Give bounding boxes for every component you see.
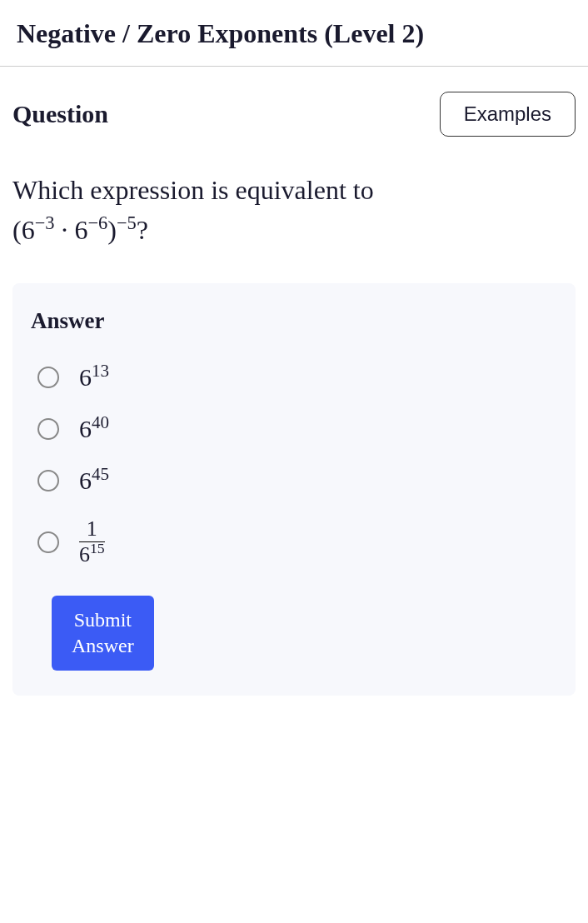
options-group: 613 640 645 1 615 [37, 363, 557, 566]
exp-1: −3 [35, 212, 55, 233]
opt-exp: 40 [92, 412, 109, 432]
question-mark: ? [137, 215, 148, 245]
question-text: Which expression is equivalent to (6−3 ·… [12, 170, 576, 250]
radio-icon [37, 418, 59, 440]
examples-button[interactable]: Examples [440, 92, 576, 137]
option-text: 613 [79, 363, 109, 392]
option-4[interactable]: 1 615 [37, 518, 557, 566]
opt-base: 6 [79, 466, 92, 494]
opt-exp: 45 [92, 464, 109, 484]
answer-panel: Answer 613 640 645 1 615 [12, 283, 576, 696]
option-text: 640 [79, 415, 109, 443]
option-3[interactable]: 645 [37, 466, 557, 495]
opt-base: 6 [79, 415, 92, 442]
question-label: Question [12, 100, 108, 128]
paren-close: ) [107, 215, 117, 245]
base-2: 6 [74, 215, 87, 245]
question-expression: (6−3 · 6−6)−5? [12, 215, 148, 245]
fraction-denominator: 615 [79, 542, 105, 566]
question-prompt: Which expression is equivalent to [12, 175, 374, 205]
radio-icon [37, 367, 59, 388]
dot-operator: · [54, 215, 74, 245]
submit-line2: Answer [72, 635, 134, 656]
opt-exp: 13 [92, 361, 109, 381]
fraction-numerator: 1 [79, 518, 105, 542]
submit-button[interactable]: Submit Answer [52, 596, 154, 671]
exp-2: −6 [87, 212, 107, 233]
option-text: 645 [79, 466, 109, 495]
den-base: 6 [79, 542, 90, 566]
opt-base: 6 [79, 363, 92, 391]
option-1[interactable]: 613 [37, 363, 557, 392]
answer-label: Answer [31, 308, 557, 334]
question-header: Question Examples [12, 92, 576, 137]
fraction: 1 615 [79, 518, 105, 566]
radio-icon [37, 531, 59, 553]
page-title: Negative / Zero Exponents (Level 2) [0, 0, 588, 66]
option-2[interactable]: 640 [37, 415, 557, 443]
content-area: Question Examples Which expression is eq… [0, 67, 588, 696]
den-exp: 15 [90, 540, 105, 556]
base-1: 6 [22, 215, 35, 245]
paren-open: ( [12, 215, 22, 245]
submit-line1: Submit [74, 609, 132, 631]
option-text: 1 615 [79, 518, 105, 566]
radio-icon [37, 470, 59, 491]
outer-exp: −5 [117, 212, 137, 233]
